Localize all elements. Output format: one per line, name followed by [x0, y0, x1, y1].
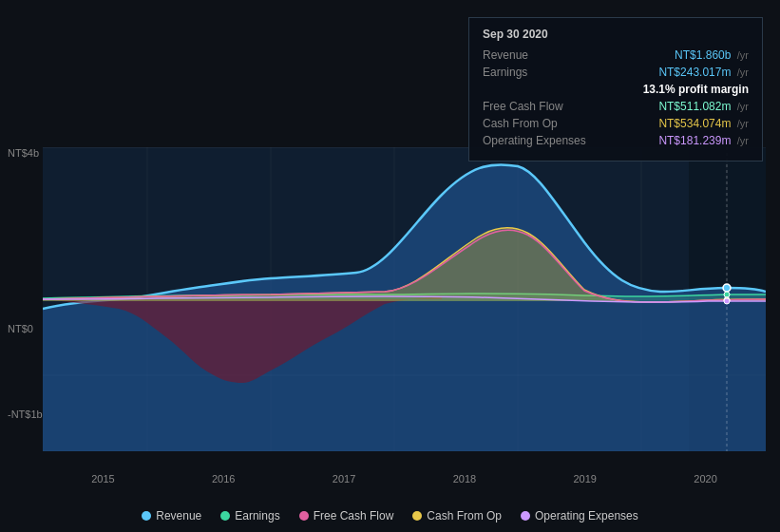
svg-point-13: [723, 284, 731, 292]
tooltip-value-opex: NT$181.239m /yr: [658, 134, 749, 147]
x-label-2017: 2017: [333, 473, 355, 484]
legend-dot-cashop: [412, 511, 422, 521]
tooltip-value-fcf: NT$511.082m /yr: [658, 100, 749, 113]
x-label-2018: 2018: [453, 473, 476, 484]
tooltip-row-margin: 13.1% profit margin: [483, 83, 749, 96]
legend-label-revenue: Revenue: [156, 509, 201, 522]
tooltip-title: Sep 30 2020: [483, 28, 749, 41]
legend-dot-opex: [521, 511, 530, 521]
svg-point-17: [724, 298, 730, 304]
legend-fcf[interactable]: Free Cash Flow: [299, 509, 394, 522]
tooltip-label-revenue: Revenue: [483, 48, 597, 62]
main-chart: [43, 147, 766, 451]
x-label-2016: 2016: [212, 473, 235, 484]
legend-dot-fcf: [299, 511, 309, 521]
tooltip-label-opex: Operating Expenses: [483, 134, 597, 147]
legend-revenue[interactable]: Revenue: [142, 509, 201, 522]
tooltip-value-margin: 13.1% profit margin: [643, 83, 749, 96]
tooltip-row-fcf: Free Cash Flow NT$511.082m /yr: [483, 100, 749, 113]
legend-label-opex: Operating Expenses: [535, 509, 638, 522]
tooltip-value-cashop: NT$534.074m /yr: [658, 117, 749, 130]
x-label-2019: 2019: [573, 473, 596, 484]
tooltip-row-cashop: Cash From Op NT$534.074m /yr: [483, 117, 749, 130]
x-label-2015: 2015: [91, 473, 114, 484]
tooltip-label-cashop: Cash From Op: [483, 117, 597, 130]
x-label-2020: 2020: [694, 473, 716, 484]
y-label-mid: NT$0: [8, 323, 33, 334]
legend-cashop[interactable]: Cash From Op: [412, 509, 502, 522]
tooltip-value-earnings: NT$243.017m /yr: [658, 66, 749, 79]
chart-legend: Revenue Earnings Free Cash Flow Cash Fro…: [0, 509, 780, 522]
legend-opex[interactable]: Operating Expenses: [521, 509, 638, 522]
legend-label-cashop: Cash From Op: [427, 509, 502, 522]
legend-dot-earnings: [220, 511, 230, 521]
svg-point-14: [724, 292, 730, 297]
tooltip-row-opex: Operating Expenses NT$181.239m /yr: [483, 134, 749, 147]
tooltip-label-fcf: Free Cash Flow: [483, 100, 597, 113]
tooltip-row-revenue: Revenue NT$1.860b /yr: [483, 48, 749, 62]
legend-dot-revenue: [142, 511, 151, 521]
legend-label-earnings: Earnings: [235, 509, 279, 522]
tooltip-row-earnings: Earnings NT$243.017m /yr: [483, 66, 749, 79]
tooltip-value-revenue: NT$1.860b /yr: [675, 48, 749, 62]
y-label-top: NT$4b: [8, 147, 39, 159]
data-tooltip: Sep 30 2020 Revenue NT$1.860b /yr Earnin…: [468, 17, 763, 162]
legend-label-fcf: Free Cash Flow: [314, 509, 394, 522]
tooltip-label-earnings: Earnings: [483, 66, 597, 79]
y-label-bot: -NT$1b: [8, 408, 43, 420]
legend-earnings[interactable]: Earnings: [220, 509, 279, 522]
